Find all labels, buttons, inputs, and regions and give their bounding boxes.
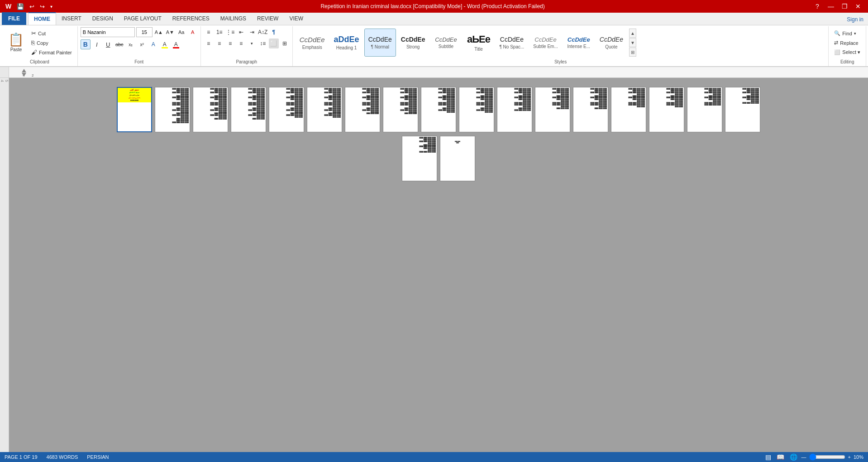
page-thumb-19[interactable]: ████ ████████ (440, 136, 475, 181)
style-title-preview: aЬЕе (467, 34, 490, 45)
page-thumb-4[interactable]: ████ ████ ████ ████████ ████ ████████ ██… (231, 87, 266, 132)
multilevel-list-button[interactable]: ⋮≡ (225, 27, 235, 37)
decrease-indent-button[interactable]: ⇤ (236, 27, 246, 37)
style-intense-em[interactable]: CcDdEe Intense E... (563, 29, 595, 57)
page-thumb-12[interactable]: ████ ████ ████ ████████ ████ ████████ ██… (535, 87, 570, 132)
text-effects-button[interactable]: A (148, 39, 158, 49)
style-subtle-em[interactable]: CcDdEe Subtle Em... (529, 29, 562, 57)
font-name-input[interactable] (81, 27, 135, 37)
increase-font-size-button[interactable]: A▲ (154, 27, 164, 37)
change-case-button[interactable]: Aa (176, 27, 186, 37)
page10-content: ████ ████ ████ ████████ ████ ████████ ██… (459, 87, 494, 114)
page-thumb-16[interactable]: ████ ████ ████ ████████ ████ ████████ ██… (687, 87, 722, 132)
tab-insert[interactable]: INSERT (56, 12, 87, 25)
tab-file[interactable]: FILE (2, 12, 26, 25)
styles-expand[interactable]: ⊞ (629, 48, 636, 57)
quick-access-expand[interactable]: ▾ (48, 3, 54, 10)
underline-button[interactable]: U (103, 39, 113, 49)
page-thumb-8[interactable]: ████ ████ ████ ████████ ████ ████████ ██… (383, 87, 418, 132)
sign-in-button[interactable]: Sign in (842, 14, 868, 25)
format-painter-button[interactable]: 🖌 Format Painter (29, 48, 75, 57)
help-button[interactable]: ? (811, 0, 824, 13)
page9-content: ████ ████ ████ ████████ ████ ████████ ██… (421, 87, 456, 114)
clear-formatting-button[interactable]: A (188, 27, 198, 37)
editing-group: 🔍 Find ▾ ⇄ Replace ⬜ Select ▾ Editing (829, 26, 866, 66)
paste-button[interactable]: 📋 Paste (5, 27, 28, 58)
page-thumb-18[interactable]: ████ ████ ████ ████████ ████ ████████ ██… (402, 136, 437, 181)
align-center-button[interactable]: ≡ (215, 38, 224, 48)
show-paragraph-button[interactable]: ¶ (269, 27, 279, 37)
tab-review[interactable]: REVIEW (252, 12, 284, 25)
page-thumb-5[interactable]: ████ ████ ████ ████████ ████ ████████ ██… (269, 87, 304, 132)
sort-button[interactable]: A↕Z (258, 27, 268, 37)
zoom-slider[interactable] (809, 453, 845, 461)
line-spacing-button[interactable]: ↕≡ (258, 38, 268, 48)
page-thumb-7[interactable]: ████ ████ ████ ████████ ████ ████████ ██… (345, 87, 380, 132)
tab-references[interactable]: REFERENCES (167, 12, 215, 25)
bold-button[interactable]: B (81, 39, 91, 49)
page-thumb-10[interactable]: ████ ████ ████ ████████ ████ ████████ ██… (459, 87, 494, 132)
style-normal[interactable]: CcDdEe ¶ Normal (364, 29, 396, 57)
page-thumb-17[interactable]: ████ ████ ████ ████████ ████ ████████ ██… (725, 87, 760, 132)
page-thumb-9[interactable]: ████ ████ ████ ████████ ████ ████████ ██… (421, 87, 456, 132)
tab-page-layout[interactable]: PAGE LAYOUT (119, 12, 167, 25)
word-icon[interactable]: W (4, 2, 13, 11)
page-thumb-15[interactable]: ████ ████ ████ ████████ ████ ████████ ██… (649, 87, 684, 132)
select-button[interactable]: ⬜ Select ▾ (831, 48, 863, 56)
cut-button[interactable]: ✂ Cut (29, 29, 75, 38)
align-right-button[interactable]: ≡ (225, 38, 235, 48)
redo-icon[interactable]: ↪ (38, 2, 47, 11)
web-layout-button[interactable]: 🌐 (788, 453, 799, 461)
decrease-font-size-button[interactable]: A▼ (165, 27, 175, 37)
tab-home[interactable]: HOME (28, 12, 56, 25)
borders-button[interactable]: ⊞ (280, 38, 290, 48)
subscript-button[interactable]: x₂ (126, 39, 136, 49)
style-no-spacing-preview: CcDdEe (500, 36, 524, 43)
font-size-input[interactable] (136, 27, 153, 37)
find-button[interactable]: 🔍 Find ▾ (831, 29, 863, 37)
tab-design[interactable]: DESIGN (87, 12, 119, 25)
page-thumb-2[interactable]: ████ ████ ████ ████████ ████ ████████ ██… (155, 87, 190, 132)
italic-button[interactable]: I (92, 39, 102, 49)
style-heading1[interactable]: aDdEe Heading 1 (330, 29, 363, 57)
page-thumb-13[interactable]: ████ ████ ████ ████████ ████ ████████ ██… (573, 87, 608, 132)
document-canvas[interactable]: تحقیق آنلاین مرجع دانشجو هزار و دانلود ب… (9, 78, 868, 452)
page-thumb-1[interactable]: تحقیق آنلاین مرجع دانشجو هزار و دانلود ب… (117, 87, 152, 132)
undo-icon[interactable]: ↩ (28, 2, 36, 11)
read-mode-button[interactable]: 📖 (775, 453, 786, 461)
tab-view[interactable]: VIEW (284, 12, 309, 25)
style-subtitle[interactable]: CcDdEe Subtitle (430, 29, 462, 57)
save-icon[interactable]: 💾 (15, 2, 26, 11)
superscript-button[interactable]: x² (137, 39, 147, 49)
print-layout-button[interactable]: ▤ (764, 453, 773, 461)
copy-button[interactable]: ⎘ Copy (29, 38, 75, 47)
tab-mailings[interactable]: MAILINGS (215, 12, 252, 25)
style-quote[interactable]: CcDdEe Quote (596, 29, 627, 57)
page-thumb-6[interactable]: ████ ████ ████ ████████ ████ ████████ ██… (307, 87, 342, 132)
style-no-spacing[interactable]: CcDdEe ¶ No Spac... (495, 29, 528, 57)
strikethrough-button[interactable]: abc (114, 39, 124, 49)
align-dropdown[interactable]: ▾ (247, 38, 257, 48)
restore-button[interactable]: ❐ (838, 0, 851, 13)
style-title[interactable]: aЬЕе Title (463, 29, 494, 57)
page-thumb-3[interactable]: ████ ████ ████ ████████ ████ ████████ ██… (193, 87, 228, 132)
shading-button[interactable]: ⬜ (269, 38, 279, 48)
styles-scroll-up[interactable]: ▲ (629, 29, 636, 38)
document-title: Repetition in Iranian criminal law.docx … (54, 3, 811, 10)
replace-button[interactable]: ⇄ Replace (831, 39, 863, 47)
numbering-button[interactable]: 1≡ (215, 27, 224, 37)
zoom-percentage[interactable]: 10% (854, 454, 863, 460)
page-thumb-11[interactable]: ████ ████ ████ ████████ ████ ████████ ██… (497, 87, 532, 132)
page-thumb-14[interactable]: ████ ████ ████ ████████ ████ ████████ ██… (611, 87, 646, 132)
minimize-button[interactable]: — (825, 0, 837, 13)
font-color-button[interactable]: A (171, 39, 181, 49)
justify-button[interactable]: ≡ (236, 38, 246, 48)
style-emphasis[interactable]: CcDdEe Emphasis (296, 29, 329, 57)
increase-indent-button[interactable]: ⇥ (247, 27, 257, 37)
align-left-button[interactable]: ≡ (204, 38, 214, 48)
styles-scroll-down[interactable]: ▼ (629, 38, 636, 47)
text-highlight-button[interactable]: A (160, 39, 170, 49)
bullets-button[interactable]: ≡ (204, 27, 214, 37)
close-button[interactable]: ✕ (852, 0, 864, 13)
style-strong[interactable]: CcDdEe Strong (397, 29, 429, 57)
